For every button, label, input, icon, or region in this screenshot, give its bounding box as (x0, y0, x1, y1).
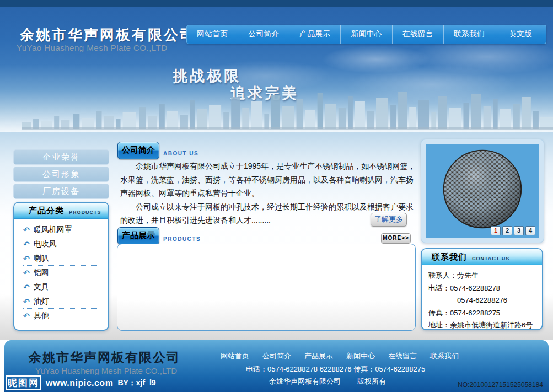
sidebar-item-facility[interactable]: 厂房设备 (13, 184, 109, 199)
footer-nav: 网站首页 公司简介 产品展示 新闻中心 在线留言 联系我们 (221, 351, 459, 361)
category-arrow-icon: ↶ (23, 269, 30, 277)
contact-panel-header: 联系我们 CONTACT US (422, 249, 542, 265)
nipic-author: BY：xjf_l9 (117, 378, 155, 388)
nav-item-home[interactable]: 网站首页 (187, 25, 238, 44)
category-item-speaker[interactable]: ↶ 喇叭 (23, 251, 99, 266)
footer-nav-item-news[interactable]: 新闻中心 (346, 351, 375, 361)
top-strip (0, 0, 553, 7)
nipic-watermark: 昵图网 www.nipic.com BY：xjf_l9 (6, 375, 156, 390)
category-arrow-icon: ↶ (23, 240, 30, 248)
category-label: 电吹风 (34, 239, 57, 249)
footer-phone-line: 电话：0574-62288278 62288276 传真：0574-622882… (246, 364, 425, 374)
category-label: 油灯 (34, 297, 49, 307)
gallery-page-3[interactable]: 3 (514, 226, 524, 235)
about-section-subtitle: ABOUT US (163, 151, 198, 157)
category-label: 暖风机网罩 (34, 225, 72, 235)
site-logo-title: 余姚市华声网板有限公司 (20, 25, 196, 45)
category-item-aluminum-mesh[interactable]: ↶ 铝网 (23, 266, 99, 280)
contact-panel-title: 联系我们 (432, 252, 467, 262)
nav-item-products[interactable]: 产品展示 (289, 25, 341, 44)
footer-nav-item-guestbook[interactable]: 在线留言 (388, 351, 417, 361)
sidebar-item-honor[interactable]: 企业荣誉 (13, 149, 109, 165)
product-categories-panel: 产品分类 PRODUCTS ↶ 暖风机网罩 ↶ 电吹风 ↶ 喇叭 ↶ 铝网 ↶ … (13, 202, 109, 331)
gallery-page-1[interactable]: 1 (491, 226, 501, 235)
gallery-page-4[interactable]: 4 (525, 226, 535, 235)
footer-nav-item-products[interactable]: 产品展示 (304, 351, 333, 361)
company-intro-paragraph-1: 余姚市华声网板有限公司成立于1995年，是专业生产不锈钢制品，如不锈钢网篮，水果… (120, 159, 416, 200)
page: 余姚市华声网板有限公司 YuYao Huasheng Mesh Plate CO… (0, 0, 553, 392)
product-categories-title: 产品分类 (29, 206, 64, 216)
contact-address: 地址：余姚市低塘街道新洋路6号 (428, 319, 542, 332)
product-categories-header: 产品分类 PRODUCTS (14, 203, 108, 219)
footer-nav-item-about[interactable]: 公司简介 (262, 351, 291, 361)
nav-item-english[interactable]: 英文版 (495, 25, 546, 44)
nav-item-guestbook[interactable]: 在线留言 (393, 25, 444, 44)
gallery-pager: 1 2 3 4 (491, 226, 535, 235)
contact-person: 联系人：劳先生 (428, 270, 542, 282)
category-item-oil-lamp[interactable]: ↶ 油灯 (23, 294, 99, 309)
products-section-subtitle: PRODUCTS (163, 236, 201, 242)
about-section-button[interactable]: 公司简介 (117, 142, 159, 159)
category-label: 其他 (34, 311, 49, 321)
contact-phone-2: 0574-62288276 (428, 294, 542, 307)
category-arrow-icon: ↶ (23, 255, 30, 262)
footer-company-subtitle: YuYao Huasheng Mesh Plate CO.,LTD (35, 366, 177, 375)
contact-panel: 联系我们 CONTACT US 联系人：劳先生 电话：0574-62288278… (421, 248, 543, 330)
product-gallery-slide: 1 2 3 4 (426, 144, 539, 238)
nav-item-news[interactable]: 新闻中心 (341, 25, 392, 44)
category-arrow-icon: ↶ (23, 298, 30, 305)
sidebar-item-company-image[interactable]: 公司形象 (13, 167, 109, 182)
footer-nav-item-home[interactable]: 网站首页 (221, 351, 249, 361)
footer-company-title: 余姚市华声网板有限公司 (29, 349, 180, 366)
footer-copyright-text: 版权所有 (357, 377, 386, 386)
products-more-button[interactable]: MORE>> (381, 233, 411, 244)
category-item-stationery[interactable]: ↶ 文具 (23, 280, 99, 294)
category-label: 文具 (34, 282, 49, 292)
site-logo-subtitle: YuYao Huasheng Mesh Plate CO.,LTD (17, 43, 168, 52)
category-item-heater-mesh[interactable]: ↶ 暖风机网罩 (23, 223, 99, 237)
contact-panel-subtitle: CONTACT US (472, 253, 509, 261)
nipic-url: www.nipic.com (46, 378, 113, 388)
contact-details: 联系人：劳先生 电话：0574-62288278 0574-62288276 传… (422, 265, 542, 332)
category-label: 铝网 (34, 268, 49, 278)
category-arrow-icon: ↶ (23, 226, 30, 234)
category-label: 喇叭 (34, 254, 49, 264)
nav-item-contact[interactable]: 联系我们 (444, 25, 495, 44)
image-serial-number: NO:20100127151525058184 (458, 381, 543, 389)
product-gallery-panel: 1 2 3 4 (421, 139, 544, 243)
contact-fax: 传真：0574-62288275 (428, 307, 542, 320)
product-categories-subtitle: PRODUCTS (69, 207, 101, 215)
contact-phone-1: 电话：0574-62288278 (428, 282, 542, 295)
footer-copyright-company: 余姚华声网板有限公司 (269, 377, 341, 386)
city-skyline-image (22, 87, 553, 131)
category-arrow-icon: ↶ (23, 283, 30, 291)
nipic-logo: 昵图网 (6, 375, 41, 390)
category-arrow-icon: ↶ (23, 312, 30, 320)
category-item-other[interactable]: ↶ 其他 (23, 309, 99, 323)
category-list: ↶ 暖风机网罩 ↶ 电吹风 ↶ 喇叭 ↶ 铝网 ↶ 文具 ↶ 油灯 (23, 223, 99, 323)
main-nav: 网站首页 公司简介 产品展示 新闻中心 在线留言 联系我们 英文版 (186, 25, 546, 44)
products-showcase-box (117, 244, 416, 331)
category-item-hairdryer[interactable]: ↶ 电吹风 (23, 237, 99, 251)
gallery-page-2[interactable]: 2 (502, 226, 512, 235)
footer-copyright: 余姚华声网板有限公司 版权所有 (269, 377, 386, 386)
footer: 余姚市华声网板有限公司 YuYao Huasheng Mesh Plate CO… (4, 340, 549, 392)
products-section-button[interactable]: 产品展示 (117, 227, 159, 245)
product-image[interactable] (441, 147, 524, 231)
footer-nav-item-contact[interactable]: 联系我们 (430, 351, 459, 361)
nav-item-about[interactable]: 公司简介 (238, 25, 289, 44)
learn-more-button[interactable]: 了解更多 (371, 213, 407, 227)
